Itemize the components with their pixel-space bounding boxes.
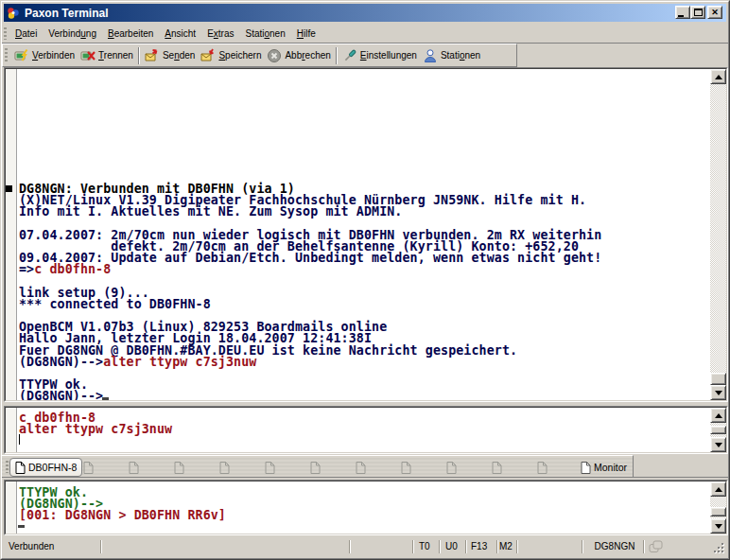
unread-marker — [6, 185, 12, 192]
status-u: U0 — [445, 541, 458, 551]
paxon-logo-icon — [6, 7, 21, 20]
statusbar-separator — [516, 540, 518, 553]
toolbar-button-einstellungen[interactable]: Einstellungen — [339, 46, 420, 65]
terminal-output[interactable]: DG8NGN: Verbunden mit DB0FHN (via 1)(X)N… — [19, 184, 601, 401]
statusbar-separator — [439, 540, 441, 553]
status-f: F13 — [471, 541, 487, 551]
tab-empty[interactable] — [265, 461, 275, 473]
tab-empty[interactable] — [446, 461, 457, 473]
monitor-scroll-down-button[interactable] — [710, 518, 726, 534]
toolbar-grip[interactable] — [5, 48, 8, 63]
toolbar-button-label: Abbrechen — [285, 50, 330, 61]
toolbar-button-trennen[interactable]: Trennen — [78, 46, 136, 65]
disconnect-icon — [80, 48, 96, 63]
tab-db0fhn-8[interactable]: DB0FHN-8 — [9, 458, 82, 477]
arrow-up-icon — [715, 413, 722, 418]
arrow-up-icon — [715, 75, 722, 79]
maximize-icon — [694, 9, 703, 16]
main-cursor — [102, 397, 109, 400]
statusbar-separator — [465, 540, 467, 553]
monitor-content[interactable]: TTYPW ok.(DG8NGN)-->[001: DG8NGN > DB0FH… — [5, 481, 727, 534]
document-icon — [129, 462, 139, 474]
minimize-icon — [678, 15, 684, 17]
menu-item-hilfe[interactable]: Hilfe — [291, 26, 322, 41]
status-connection: Verbunden — [9, 541, 54, 551]
main-scrollbar[interactable] — [710, 69, 726, 400]
menu-item-bearbeiten[interactable]: Bearbeiten — [102, 26, 159, 41]
status-m: M2 — [499, 541, 513, 551]
status-callsign: DG8NGN — [590, 541, 639, 551]
menu-item-stationen[interactable]: Stationen — [239, 26, 290, 41]
toolbar-button-label: Stationen — [441, 50, 480, 61]
terminal-line: (DG8NGN)-->alter ttypw c7sj3nuw — [19, 357, 601, 368]
maximize-button[interactable] — [690, 6, 705, 19]
document-icon — [219, 462, 230, 474]
tab-empty[interactable] — [356, 461, 366, 473]
terminal-line: =>c db0fhn-8 — [19, 264, 601, 275]
statusbar-separator — [496, 540, 498, 553]
tab-bar-spacer — [634, 455, 728, 478]
document-icon — [492, 462, 502, 474]
document-icon — [174, 462, 184, 474]
monitor-output[interactable]: TTYPW ok.(DG8NGN)-->[001: DG8NGN > DB0FH… — [19, 487, 226, 522]
monitor-gutter — [6, 481, 17, 534]
monitor-scroll-thumb[interactable] — [710, 507, 726, 516]
minimize-button[interactable] — [675, 6, 690, 19]
document-icon — [581, 462, 591, 474]
menu-item-verbindung[interactable]: Verbindung — [43, 26, 102, 41]
close-button[interactable]: ✕ — [707, 6, 722, 19]
input-scrollbar[interactable] — [710, 408, 726, 452]
scroll-thumb[interactable] — [710, 373, 726, 385]
tab-empty[interactable] — [401, 461, 411, 473]
document-icon — [446, 462, 457, 474]
monitor-scroll-up-button[interactable] — [710, 481, 726, 497]
tab-empty[interactable] — [83, 461, 94, 473]
toolbar-button-label: Senden — [163, 50, 195, 61]
tab-empty[interactable] — [492, 461, 502, 473]
tab-empty[interactable] — [310, 461, 321, 473]
toolbar-button-abbrechen[interactable]: Abbrechen — [264, 46, 333, 65]
toolbar-button-stationen[interactable]: Stationen — [420, 46, 483, 65]
document-icon — [401, 462, 411, 474]
input-history[interactable]: c db0fhn-8alter ttypw c7sj3nuw — [19, 412, 172, 435]
toolbar-button-label: Einstellungen — [360, 50, 417, 61]
tab-empty[interactable] — [219, 461, 230, 473]
cancel-icon — [267, 48, 282, 63]
input-content[interactable]: c db0fhn-8alter ttypw c7sj3nuw — [5, 407, 727, 453]
input-scroll-up-button[interactable] — [710, 408, 726, 423]
title-bar[interactable]: Paxon Terminal — [4, 4, 726, 22]
menu-item-datei[interactable]: Datei — [9, 26, 43, 41]
document-icon — [15, 462, 26, 474]
monitor-scrollbar[interactable] — [710, 481, 726, 534]
menu-item-ansicht[interactable]: Ansicht — [159, 26, 201, 41]
resize-grip[interactable] — [714, 543, 725, 554]
statusbar-separator — [582, 540, 583, 553]
document-icon — [537, 462, 548, 474]
tab-monitor[interactable]: Monitor — [577, 458, 631, 477]
tab-empty[interactable] — [537, 461, 548, 473]
toolbar-button-verbinden[interactable]: Verbinden — [11, 46, 78, 65]
toolbar-button-speichern[interactable]: Speichern — [198, 46, 264, 65]
window-title: Paxon Terminal — [25, 7, 108, 20]
tab-empty[interactable] — [129, 461, 139, 473]
tab-label: DB0FHN-8 — [28, 462, 77, 473]
document-icon — [356, 462, 366, 474]
input-scroll-thumb[interactable] — [710, 426, 726, 434]
settings-icon — [342, 48, 357, 63]
link-status-icon — [649, 540, 664, 553]
connect-icon — [14, 48, 29, 63]
main-terminal-content[interactable]: DG8NGN: Verbunden mit DB0FHN (via 1)(X)N… — [5, 68, 727, 401]
toolbar-button-senden[interactable]: Senden — [142, 46, 198, 65]
scroll-up-button[interactable] — [710, 69, 726, 84]
toolbar-button-label: Verbinden — [32, 50, 75, 61]
input-scroll-down-button[interactable] — [710, 437, 726, 452]
tab-empty[interactable] — [174, 461, 184, 473]
terminal-line: *** connected to DB0FHN-8 — [19, 299, 601, 310]
stations-icon — [423, 48, 438, 63]
terminal-line: Info mit I. Aktuelles mit NE. Zum Sysop … — [19, 206, 601, 218]
arrow-up-icon — [715, 487, 722, 492]
tabbar-grip[interactable] — [6, 461, 9, 473]
scroll-down-button[interactable] — [710, 385, 726, 400]
menubar-grip[interactable] — [4, 27, 7, 40]
menu-item-extras[interactable]: Extras — [201, 26, 239, 41]
